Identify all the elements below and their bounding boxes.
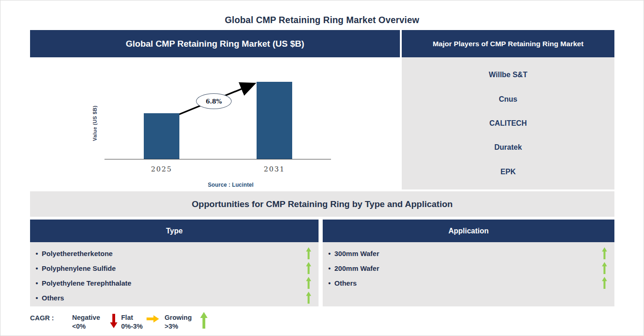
bar-2031	[257, 82, 292, 159]
type-list-panel: • Polyetheretherketone • Polyphenylene S…	[30, 242, 319, 306]
page-title: Global CMP Retaining Ring Market Overvie…	[0, 15, 644, 25]
list-item: • 200mm Wafer	[328, 261, 614, 275]
legend-growing-range: >3%	[165, 322, 192, 331]
list-item: • Polyethylene Terephthalate	[36, 275, 319, 290]
application-column-header: Application	[323, 220, 614, 242]
type-item-label: Polyetheretherketone	[42, 250, 306, 257]
player-item: CALITECH	[402, 119, 614, 128]
opportunities-banner-label: Opportunities for CMP Retaining Ring by …	[192, 199, 453, 209]
bar-2025	[144, 113, 179, 159]
application-header-label: Application	[448, 227, 489, 235]
legend-flat-range: 0%-3%	[121, 322, 143, 331]
type-item-label: Others	[42, 294, 306, 302]
list-item: • Polyetheretherketone	[36, 246, 319, 261]
growing-up-arrow-icon	[602, 262, 607, 274]
list-item: • 300mm Wafer	[328, 246, 614, 261]
flat-right-arrow-icon	[147, 315, 159, 323]
legend-growing: Growing >3%	[165, 313, 192, 331]
legend-negative: Negative <0%	[72, 313, 100, 331]
legend-flat-label: Flat	[121, 313, 143, 322]
cagr-trend-arrow	[30, 57, 400, 190]
application-item-label: Others	[334, 279, 602, 287]
major-players-header: Major Players of CMP Retaining Ring Mark…	[402, 30, 614, 57]
major-players-header-label: Major Players of CMP Retaining Ring Mark…	[433, 40, 583, 48]
cagr-ellipse-callout: 6.8%	[196, 93, 232, 109]
cagr-legend-prefix: CAGR :	[30, 314, 54, 323]
type-item-label: Polyethylene Terephthalate	[42, 279, 306, 287]
market-chart-header-label: Global CMP Retaining Ring Market (US $B)	[126, 39, 304, 49]
legend-growing-label: Growing	[165, 313, 192, 322]
application-item-label: 300mm Wafer	[334, 250, 602, 257]
bullet-icon: •	[36, 250, 38, 257]
type-item-label: Polyphenylene Sulfide	[42, 264, 306, 272]
x-tick-2031: 2031	[257, 165, 292, 173]
x-tick-2025: 2025	[144, 165, 179, 173]
bullet-icon: •	[328, 264, 331, 272]
type-column-header: Type	[30, 220, 319, 242]
bullet-icon: •	[36, 264, 38, 272]
growing-up-arrow-icon	[200, 312, 208, 329]
growing-up-arrow-icon	[306, 277, 311, 289]
market-bar-chart: Value (US $B) 6.8% 2025 2031 Source : Lu…	[30, 57, 400, 190]
bullet-icon: •	[328, 279, 331, 287]
list-item: • Others	[36, 290, 319, 305]
bullet-icon: •	[328, 250, 331, 257]
player-item: Willbe S&T	[402, 71, 614, 79]
slide-page: Global CMP Retaining Ring Market Overvie…	[0, 0, 644, 336]
bullet-icon: •	[36, 279, 38, 287]
growing-up-arrow-icon	[306, 247, 311, 259]
bullet-icon: •	[36, 294, 38, 302]
opportunities-banner: Opportunities for CMP Retaining Ring by …	[30, 191, 614, 217]
list-item: • Polyphenylene Sulfide	[36, 261, 319, 275]
list-item: • Others	[328, 275, 614, 290]
legend-negative-range: <0%	[72, 322, 100, 331]
player-item: Duratek	[402, 143, 614, 152]
market-chart-header: Global CMP Retaining Ring Market (US $B)	[30, 30, 400, 57]
type-header-label: Type	[166, 227, 183, 235]
legend-flat: Flat 0%-3%	[121, 313, 143, 331]
chart-source: Source : Lucintel	[184, 182, 277, 188]
growing-up-arrow-icon	[306, 292, 311, 304]
legend-negative-label: Negative	[72, 313, 100, 322]
major-players-panel: Willbe S&T Cnus CALITECH Duratek EPK	[402, 57, 614, 189]
growing-up-arrow-icon	[602, 247, 607, 259]
growing-up-arrow-icon	[306, 262, 311, 274]
application-item-label: 200mm Wafer	[334, 264, 602, 272]
player-item: EPK	[402, 168, 614, 176]
growing-up-arrow-icon	[602, 277, 607, 289]
cagr-value: 6.8%	[206, 98, 222, 105]
player-item: Cnus	[402, 95, 614, 104]
application-list-panel: • 300mm Wafer • 200mm Wafer • Others	[323, 242, 614, 306]
x-axis-line	[104, 159, 331, 159]
negative-down-arrow-icon	[110, 314, 117, 328]
